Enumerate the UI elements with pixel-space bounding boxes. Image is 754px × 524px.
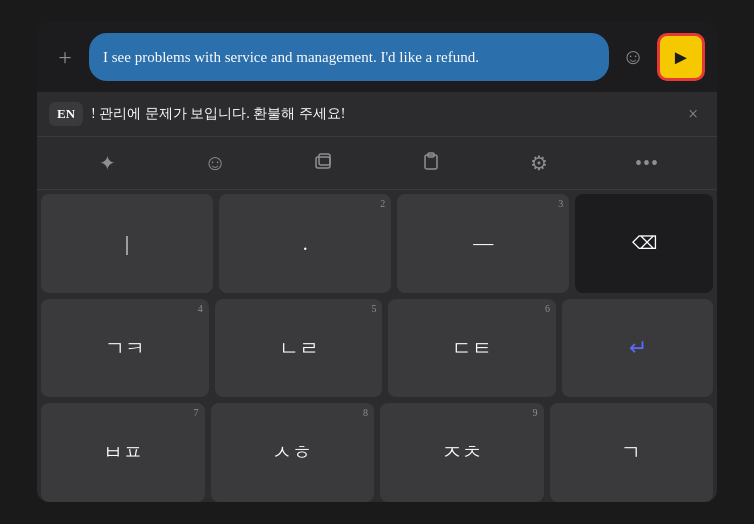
sticker-button[interactable]	[305, 145, 341, 181]
key-gk[interactable]: 4 ㄱㅋ	[41, 299, 209, 398]
input-row: + I see problems with service and manage…	[37, 22, 717, 92]
key-g[interactable]: ㄱ	[550, 403, 714, 502]
settings-button[interactable]: ⚙	[521, 145, 557, 181]
enter-icon: ↵	[629, 335, 647, 361]
send-icon: ►	[671, 46, 691, 69]
key-sh[interactable]: 8 ㅅㅎ	[211, 403, 375, 502]
plus-icon: +	[58, 45, 72, 69]
svg-rect-1	[319, 154, 330, 165]
sparkle-icon: ✦	[99, 151, 116, 175]
key-nr-number: 5	[371, 303, 376, 314]
gear-icon: ⚙	[530, 151, 548, 175]
language-badge: EN	[49, 102, 83, 126]
close-translation-button[interactable]: ×	[681, 102, 705, 126]
emoji-button[interactable]: ☺	[617, 41, 649, 73]
emoji-icon: ☺	[622, 44, 644, 70]
key-jc[interactable]: 9 ㅈㅊ	[380, 403, 544, 502]
keyboard-row-1: | 2 . 3 — ⌫	[41, 194, 713, 293]
keyboard: | 2 . 3 — ⌫ 4 ㄱㅋ 5 ㄴㄹ	[37, 190, 717, 502]
close-icon: ×	[688, 104, 698, 125]
key-nr-label: ㄴㄹ	[279, 335, 319, 362]
clipboard-icon	[420, 150, 442, 177]
key-period-number: 2	[380, 198, 385, 209]
add-attachment-button[interactable]: +	[49, 41, 81, 73]
key-g-label: ㄱ	[621, 439, 641, 466]
emoji-toolbar-button[interactable]: ☺	[197, 145, 233, 181]
smiley-icon: ☺	[204, 150, 226, 176]
keyboard-toolbar: ✦ ☺ ⚙ •••	[37, 136, 717, 190]
key-dt-number: 6	[545, 303, 550, 314]
key-dt-label: ㄷㅌ	[452, 335, 492, 362]
phone-container: + I see problems with service and manage…	[37, 22, 717, 502]
translation-bar: EN ! 관리에 문제가 보입니다. 환불해 주세요! ×	[37, 92, 717, 136]
key-pipe-label: |	[125, 232, 129, 255]
keyboard-row-2: 4 ㄱㅋ 5 ㄴㄹ 6 ㄷㅌ ↵	[41, 299, 713, 398]
clipboard-button[interactable]	[413, 145, 449, 181]
key-gk-number: 4	[198, 303, 203, 314]
key-dash[interactable]: 3 —	[397, 194, 569, 293]
sparkle-button[interactable]: ✦	[89, 145, 125, 181]
key-sh-label: ㅅㅎ	[272, 439, 312, 466]
key-nr[interactable]: 5 ㄴㄹ	[215, 299, 383, 398]
more-button[interactable]: •••	[629, 145, 665, 181]
ellipsis-icon: •••	[635, 152, 659, 175]
enter-key[interactable]: ↵	[562, 299, 713, 398]
key-dash-number: 3	[558, 198, 563, 209]
message-text: I see problems with service and manageme…	[103, 47, 479, 68]
key-dash-label: —	[473, 232, 493, 255]
message-input[interactable]: I see problems with service and manageme…	[89, 33, 609, 81]
key-period[interactable]: 2 .	[219, 194, 391, 293]
key-pipe[interactable]: |	[41, 194, 213, 293]
svg-rect-0	[316, 157, 330, 168]
send-button[interactable]: ►	[657, 33, 705, 81]
keyboard-row-3: 7 ㅂㅍ 8 ㅅㅎ 9 ㅈㅊ ㄱ	[41, 403, 713, 502]
backspace-icon: ⌫	[632, 232, 657, 254]
sticker-icon	[312, 150, 334, 177]
backspace-key[interactable]: ⌫	[575, 194, 713, 293]
translation-text: ! 관리에 문제가 보입니다. 환불해 주세요!	[91, 105, 673, 123]
key-jc-number: 9	[533, 407, 538, 418]
key-gk-label: ㄱㅋ	[105, 335, 145, 362]
key-period-label: .	[303, 232, 308, 255]
key-dt[interactable]: 6 ㄷㅌ	[388, 299, 556, 398]
key-sh-number: 8	[363, 407, 368, 418]
key-bp[interactable]: 7 ㅂㅍ	[41, 403, 205, 502]
key-bp-number: 7	[194, 407, 199, 418]
key-bp-label: ㅂㅍ	[103, 439, 143, 466]
key-jc-label: ㅈㅊ	[442, 439, 482, 466]
